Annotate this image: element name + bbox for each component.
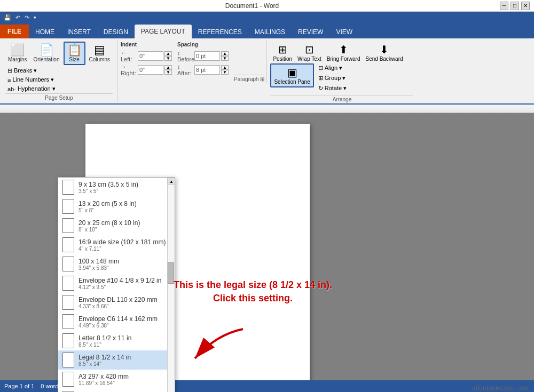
spacing-after-down[interactable]: ▼ [221,70,229,75]
orientation-button[interactable]: 📄 Orientation [31,43,62,64]
indent-left-row: ← Left: 0" ▲ ▼ [121,50,172,62]
position-icon: ⊞ [278,43,287,56]
size-option-name-1: 13 x 20 cm (5 x 8 in) [78,200,137,207]
spacing-after-spinner[interactable]: ▲ ▼ [221,65,229,75]
paper-icon-6 [62,295,74,310]
position-button[interactable]: ⊞ Position [270,42,295,63]
size-option-name-9: Legal 8 1/2 x 14 in [78,354,131,361]
tab-view[interactable]: VIEW [329,26,359,38]
size-option-9[interactable]: Legal 8 1/2 x 14 in8.5" x 14" [58,350,175,370]
tab-insert[interactable]: INSERT [61,26,97,38]
spacing-before-input[interactable]: 0 pt [194,51,220,61]
save-qat-button[interactable]: 💾 [2,14,13,22]
tab-references[interactable]: REFERENCES [192,26,248,38]
size-option-4[interactable]: 100 x 148 mm3.94" x 5.83" [58,254,175,274]
spacing-column: Spacing ↕ Before: 0 pt ▲ ▼ ↕ After: 8 pt… [177,42,229,76]
spacing-label: Spacing [177,42,229,47]
paper-icon-3 [62,237,74,252]
send-backward-label: Send Backward [366,56,403,62]
maximize-button[interactable]: □ [511,2,519,10]
align-icon: ⊟ [318,65,323,71]
rotate-icon: ↻ [318,85,323,92]
titlebar: Document1 - Word ─ □ ✕ [0,0,534,12]
line-numbers-button[interactable]: ≡ Line Numbers ▾ [5,75,113,84]
tab-review[interactable]: REVIEW [292,26,329,38]
send-backward-icon: ⬇ [380,43,389,56]
group-label: Group ▾ [325,75,346,82]
size-option-10[interactable]: A3 297 x 420 mm11.69" x 16.54" [58,370,175,389]
size-option-3[interactable]: 16:9 wide size (102 x 181 mm)4" x 7.11" [58,235,175,254]
size-option-dim-9: 8.5" x 14" [78,361,131,367]
spacing-before-down[interactable]: ▼ [221,56,229,61]
size-button[interactable]: 📋 Size [64,42,85,65]
size-option-7[interactable]: Envelope C6 114 x 162 mm4.49" x 6.38" [58,312,175,331]
indent-right-up[interactable]: ▲ [164,65,172,70]
spacing-after-input[interactable]: 8 pt [194,65,220,75]
paper-icon-1 [62,199,74,214]
size-option-name-6: Envelope DL 110 x 220 mm [78,296,158,303]
align-button[interactable]: ⊟ Align ▾ [316,63,349,73]
close-button[interactable]: ✕ [521,2,530,10]
bring-forward-button[interactable]: ⬆ Bring Forward [324,42,363,63]
indent-right-input[interactable]: 0" [138,65,163,75]
indent-column: Indent ← Left: 0" ▲ ▼ → Right: 0" ▲ ▼ [121,42,172,76]
size-option-2[interactable]: 20 x 25 cm (8 x 10 in)8" x 10" [58,216,175,235]
group-icon: ⊞ [318,75,323,82]
size-option-5[interactable]: Envelope #10 4 1/8 x 9 1/2 in4.12" x 9.5… [58,274,175,293]
size-option-1[interactable]: 13 x 20 cm (5 x 8 in)5" x 8" [58,197,175,216]
align-label: Align ▾ [325,65,343,71]
size-option-8[interactable]: Letter 8 1/2 x 11 in8.5" x 11" [58,331,175,350]
redo-qat-button[interactable]: ↷ [23,14,31,22]
rotate-button[interactable]: ↻ Rotate ▾ [316,84,349,93]
scroll-up-arrow[interactable]: ▲ [168,178,175,185]
dropdown-scrollbar[interactable]: ▲ ▼ [167,178,175,392]
indent-left-spinner[interactable]: ▲ ▼ [164,51,172,61]
customize-qat-button[interactable]: ▾ [32,14,38,21]
tab-home[interactable]: HOME [29,26,61,38]
ribbon-tabbar: FILE HOME INSERT DESIGN PAGE LAYOUT REFE… [0,23,534,38]
spacing-before-label: ↕ Before: [177,50,193,62]
undo-qat-button[interactable]: ↶ [14,14,22,22]
tab-page-layout[interactable]: PAGE LAYOUT [135,25,192,38]
size-option-dim-7: 4.49" x 6.38" [78,323,158,329]
columns-button[interactable]: ▤ Columns [87,43,113,64]
size-option-name-7: Envelope C6 114 x 162 mm [78,315,158,323]
quick-access-toolbar: 💾 ↶ ↷ ▾ [0,12,534,23]
selection-pane-button[interactable]: ▣ Selection Pane [270,63,313,87]
scrollbar-thumb[interactable] [168,262,174,284]
indent-label: Indent [121,42,172,47]
wrap-text-button[interactable]: ⊡ Wrap Text [295,42,324,63]
size-option-11[interactable]: A3+ 329 x 483 mm12.95" x 19.02" [58,389,175,392]
indent-left-down[interactable]: ▼ [164,56,172,61]
paper-icon-2 [62,218,74,233]
send-backward-button[interactable]: ⬇ Send Backward [363,42,406,63]
breaks-button[interactable]: ⊟ Breaks ▾ [5,66,113,75]
size-option-dim-5: 4.12" x 9.5" [78,284,161,290]
indent-right-spinner[interactable]: ▲ ▼ [164,65,172,75]
tab-file[interactable]: FILE [0,25,29,38]
indent-left-label: ← Left: [121,50,137,62]
group-button[interactable]: ⊞ Group ▾ [316,74,349,83]
spacing-after-up[interactable]: ▲ [221,65,229,70]
indent-left-up[interactable]: ▲ [164,51,172,56]
orientation-icon: 📄 [40,44,54,56]
page-setup-group-label: Page Setup [5,93,113,101]
margins-button[interactable]: ⬜ Margins [5,43,30,64]
hyphenation-icon: ab- [7,86,16,92]
ribbon-group-page-setup: ⬜ Margins 📄 Orientation 📋 Size ▤ Columns… [3,41,117,102]
size-option-6[interactable]: Envelope DL 110 x 220 mm4.33" x 8.66" [58,293,175,312]
size-option-0[interactable]: 9 x 13 cm (3.5 x 5 in)3.5" x 5" [58,178,175,197]
indent-left-input[interactable]: 0" [138,51,163,61]
spacing-before-up[interactable]: ▲ [221,51,229,56]
indent-right-down[interactable]: ▼ [164,70,172,75]
tab-design[interactable]: DESIGN [97,26,135,38]
paper-icon-9 [62,353,74,367]
line-numbers-icon: ≡ [7,77,11,83]
spacing-before-spinner[interactable]: ▲ ▼ [221,51,229,61]
hyphenation-button[interactable]: ab- Hyphenation ▾ [5,84,113,93]
paper-icon-10 [62,372,74,387]
minimize-button[interactable]: ─ [500,2,508,10]
orientation-label: Orientation [34,57,60,62]
tab-mailings[interactable]: MAILINGS [248,26,292,38]
breaks-label: Breaks ▾ [14,67,37,74]
